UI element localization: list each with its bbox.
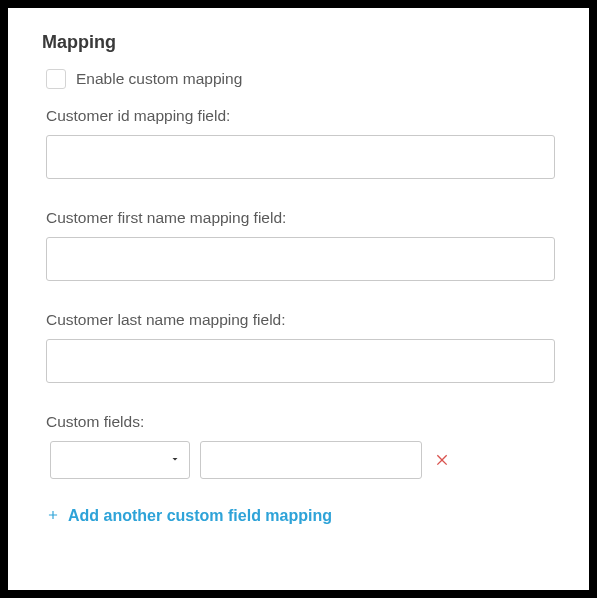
- customer-first-name-input[interactable]: [46, 237, 555, 281]
- custom-fields-group: Custom fields:: [46, 413, 555, 479]
- enable-custom-mapping-row[interactable]: Enable custom mapping: [46, 69, 555, 89]
- plus-icon: [46, 508, 60, 525]
- customer-first-name-field-group: Customer first name mapping field:: [46, 209, 555, 281]
- customer-last-name-input[interactable]: [46, 339, 555, 383]
- mapping-panel: Mapping Enable custom mapping Customer i…: [8, 8, 589, 590]
- custom-field-select[interactable]: [50, 441, 190, 479]
- add-custom-field-button[interactable]: Add another custom field mapping: [46, 507, 555, 525]
- chevron-down-icon: [169, 452, 181, 468]
- customer-last-name-field-group: Customer last name mapping field:: [46, 311, 555, 383]
- customer-id-input[interactable]: [46, 135, 555, 179]
- enable-custom-mapping-checkbox[interactable]: [46, 69, 66, 89]
- add-custom-field-label: Add another custom field mapping: [68, 507, 332, 525]
- customer-id-label: Customer id mapping field:: [46, 107, 555, 125]
- enable-custom-mapping-label: Enable custom mapping: [76, 70, 242, 88]
- section-title: Mapping: [42, 32, 555, 53]
- custom-fields-label: Custom fields:: [46, 413, 555, 431]
- customer-first-name-label: Customer first name mapping field:: [46, 209, 555, 227]
- remove-custom-field-icon[interactable]: [432, 450, 452, 470]
- custom-field-row: [50, 441, 555, 479]
- customer-last-name-label: Customer last name mapping field:: [46, 311, 555, 329]
- custom-field-value-input[interactable]: [200, 441, 422, 479]
- customer-id-field-group: Customer id mapping field:: [46, 107, 555, 179]
